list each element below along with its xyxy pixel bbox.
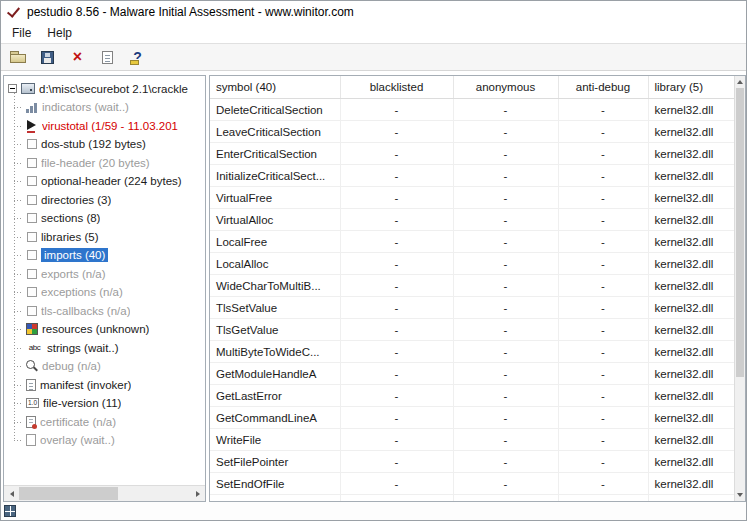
tree-item-tls-callbacks[interactable]: tls-callbacks (n/a) [14,302,205,321]
scroll-up-button[interactable] [735,76,745,88]
table-cell: EnterCriticalSection [210,143,340,165]
table-row[interactable]: GetLastError---kernel32.dll [210,385,734,407]
tree-item-sections[interactable]: sections (8) [14,209,205,228]
tree-item-file-version[interactable]: file-version (11) [14,394,205,413]
checkbox-icon [27,232,37,242]
table-cell: - [558,253,648,275]
help-button[interactable]: ? [124,45,151,69]
tree-item-debug[interactable]: debug (n/a) [14,357,205,376]
scroll-down-button[interactable] [735,489,745,501]
collapse-minus-icon[interactable] [8,84,17,93]
down-arrow-icon [737,493,743,497]
imports-table: symbol (40)blacklistedanonymousanti-debu… [210,76,734,501]
tree-item-directories[interactable]: directories (3) [14,191,205,210]
tree-item-certificate[interactable]: certificate (n/a) [14,413,205,432]
table-cell: - [453,143,558,165]
close-file-button[interactable]: × [64,45,91,69]
horizontal-scroll-track[interactable] [19,486,190,501]
tree-item-label: debug (n/a) [42,360,101,372]
table-row[interactable]: LeaveCriticalSection---kernel32.dll [210,121,734,143]
tree-root-node[interactable]: d:\misc\securebot 2.1\crackle [6,79,205,98]
table-cell: - [558,495,648,502]
table-cell: LocalFree [210,231,340,253]
scroll-left-button[interactable] [4,486,19,501]
column-header-library[interactable]: library (5) [648,76,734,99]
table-cell: kernel32.dll [648,319,734,341]
column-header-symbol[interactable]: symbol (40) [210,76,340,99]
tree-item-manifest[interactable]: manifest (invoker) [14,376,205,395]
table-cell: - [453,121,558,143]
table-cell: - [340,209,453,231]
table-cell: kernel32.dll [648,143,734,165]
tree-item-optional-header[interactable]: optional-header (224 bytes) [14,172,205,191]
tree-item-label: exceptions (n/a) [41,286,123,298]
chart-icon [26,102,38,113]
tree-item-file-header[interactable]: file-header (20 bytes) [14,154,205,173]
table-cell: kernel32.dll [648,363,734,385]
tree-item-resources[interactable]: resources (unknown) [14,320,205,339]
table-row[interactable]: SetEndOfFile---kernel32.dll [210,473,734,495]
tree-item-strings[interactable]: strings (wait..) [14,339,205,358]
checkbox-icon [27,213,37,223]
table-row[interactable]: RtlUnwind---kernel32.dll [210,495,734,502]
table-cell: kernel32.dll [648,385,734,407]
tree-item-exports[interactable]: exports (n/a) [14,265,205,284]
vertical-scroll-thumb[interactable] [736,88,744,377]
menu-help[interactable]: Help [39,24,80,42]
table-cell: - [453,407,558,429]
table-vertical-scrollbar[interactable] [734,76,745,501]
table-cell: SetEndOfFile [210,473,340,495]
open-file-button[interactable] [4,45,31,69]
tree-item-overlay[interactable]: overlay (wait..) [14,431,205,450]
column-header-anti-debug[interactable]: anti-debug [558,76,648,99]
table-row[interactable]: WideCharToMultiB...---kernel32.dll [210,275,734,297]
scroll-right-button[interactable] [190,486,205,501]
tree-item-exceptions[interactable]: exceptions (n/a) [14,283,205,302]
checkbox-icon [27,306,37,316]
pestudio-window: pestudio 8.56 - Malware Initial Assessme… [0,0,747,521]
tree-item-imports[interactable]: imports (40) [14,246,205,265]
report-button[interactable] [94,45,121,69]
table-row[interactable]: MultiByteToWideC...---kernel32.dll [210,341,734,363]
table-cell: - [558,275,648,297]
table-cell: - [453,429,558,451]
table-row[interactable]: GetModuleHandleA---kernel32.dll [210,363,734,385]
tree-item-dos-stub[interactable]: dos-stub (192 bytes) [14,135,205,154]
table-row[interactable]: WriteFile---kernel32.dll [210,429,734,451]
table-row[interactable]: SetFilePointer---kernel32.dll [210,451,734,473]
table-cell: kernel32.dll [648,165,734,187]
tree-item-virustotal[interactable]: virustotal (1/59 - 11.03.201 [14,117,205,136]
table-row[interactable]: LocalFree---kernel32.dll [210,231,734,253]
tree-item-libraries[interactable]: libraries (5) [14,228,205,247]
table-cell: GetModuleHandleA [210,363,340,385]
tree-horizontal-scrollbar[interactable] [4,485,205,501]
table-row[interactable]: InitializeCriticalSect...---kernel32.dll [210,165,734,187]
table-row[interactable]: VirtualAlloc---kernel32.dll [210,209,734,231]
table-cell: - [558,165,648,187]
table-row[interactable]: TlsSetValue---kernel32.dll [210,297,734,319]
vertical-scroll-track[interactable] [735,88,745,489]
table-cell: - [558,143,648,165]
table-cell: kernel32.dll [648,429,734,451]
save-button[interactable] [34,45,61,69]
tree-item-indicators[interactable]: indicators (wait..) [14,98,205,117]
table-row[interactable]: EnterCriticalSection---kernel32.dll [210,143,734,165]
table-cell: - [558,407,648,429]
table-row[interactable]: LocalAlloc---kernel32.dll [210,253,734,275]
menu-file[interactable]: File [4,24,39,42]
tree-item-label: virustotal (1/59 - 11.03.201 [42,120,178,132]
column-header-blacklisted[interactable]: blacklisted [340,76,453,99]
table-row[interactable]: GetCommandLineA---kernel32.dll [210,407,734,429]
tree-item-label: file-version (11) [43,397,121,409]
checkbox-icon [27,139,37,149]
checkmark-glyph [7,4,20,18]
table-cell: - [340,297,453,319]
table-cell: - [453,451,558,473]
drive-icon [21,83,35,94]
table-cell: MultiByteToWideC... [210,341,340,363]
horizontal-scroll-thumb[interactable] [19,487,118,500]
table-row[interactable]: TlsGetValue---kernel32.dll [210,319,734,341]
table-row[interactable]: VirtualFree---kernel32.dll [210,187,734,209]
table-row[interactable]: DeleteCriticalSection---kernel32.dll [210,99,734,121]
column-header-anonymous[interactable]: anonymous [453,76,558,99]
